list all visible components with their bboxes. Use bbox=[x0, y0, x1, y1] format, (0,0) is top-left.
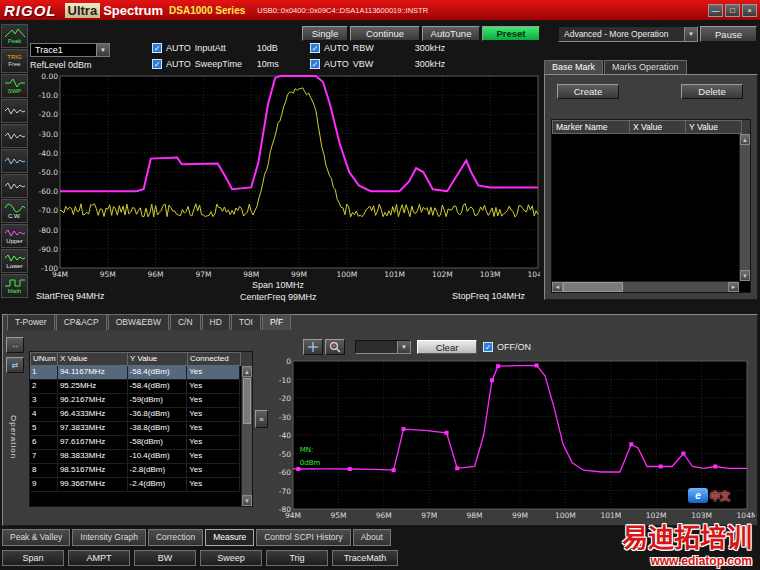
tab-toi[interactable]: TOI bbox=[231, 314, 261, 330]
table-row[interactable]: 295.25MHz-58.4(dBm)Yes bbox=[30, 380, 240, 394]
maximize-icon[interactable]: □ bbox=[725, 4, 740, 17]
span-button[interactable]: Span bbox=[2, 550, 64, 566]
autotune-button[interactable]: AutoTune bbox=[422, 26, 480, 41]
pf-option-dropdown[interactable]: ▼ bbox=[355, 340, 411, 354]
sidebar-item-trig[interactable]: TRIGFree bbox=[1, 49, 28, 73]
sidebar-item-label: Upper bbox=[6, 238, 22, 245]
tab-marks-operation[interactable]: Marks Operation bbox=[604, 60, 687, 75]
tab-hd[interactable]: HD bbox=[202, 314, 230, 330]
clear-button[interactable]: Clear bbox=[417, 340, 477, 354]
checkbox-checked-icon[interactable]: ✓ bbox=[310, 43, 320, 53]
scrollbar-thumb[interactable] bbox=[243, 378, 251, 424]
table-row[interactable]: 798.3833MHz-10.4(dBm)Yes bbox=[30, 450, 240, 464]
swap-horizontal-icon[interactable]: ↔ bbox=[6, 337, 24, 353]
pf-onoff-checkbox[interactable]: ✓ OFF/ON bbox=[483, 342, 531, 352]
sidebar-item-trace-3[interactable] bbox=[1, 99, 28, 123]
pf-col-header-connected[interactable]: Connected bbox=[188, 352, 241, 366]
tab-base-mark[interactable]: Base Mark bbox=[544, 60, 603, 75]
tab-p-f[interactable]: P/F bbox=[262, 314, 291, 330]
checkbox-checked-icon[interactable]: ✓ bbox=[152, 43, 162, 53]
sidebar-item-upper[interactable]: Upper bbox=[1, 224, 28, 248]
scroll-up-icon[interactable]: ▲ bbox=[740, 134, 750, 145]
scroll-left-icon[interactable]: ◄ bbox=[552, 282, 563, 292]
tracemath-button[interactable]: TraceMath bbox=[332, 550, 398, 566]
sidebar-item-math[interactable]: Math bbox=[1, 274, 28, 298]
table-row[interactable]: 597.3833MHz-38.8(dBm)Yes bbox=[30, 422, 240, 436]
auto-sweeptime-checkbox[interactable]: ✓AUTOSweepTime10ms bbox=[152, 59, 279, 69]
advanced-operation-dropdown[interactable]: Advanced - More Operation ▼ bbox=[558, 26, 698, 42]
instrument-resource-string: USB0::0x0400::0x09C4::DSA1A113600019::IN… bbox=[257, 6, 428, 15]
c-w-icon bbox=[4, 203, 26, 213]
sidebar-item-trace-5[interactable] bbox=[1, 149, 28, 173]
close-icon[interactable]: × bbox=[742, 4, 757, 17]
pan-crosshair-icon[interactable] bbox=[303, 339, 323, 355]
scrollbar-thumb[interactable] bbox=[563, 282, 623, 292]
scroll-up-icon[interactable]: ▲ bbox=[242, 366, 252, 377]
table-row[interactable]: 697.6167MHz-58(dBm)Yes bbox=[30, 436, 240, 450]
table-cell: 94.1167MHz bbox=[58, 366, 128, 380]
tab-correction[interactable]: Correction bbox=[148, 529, 203, 546]
pf-col-header-y-value[interactable]: Y Value bbox=[128, 352, 188, 366]
auto-rbw-checkbox[interactable]: ✓AUTORBW300kHz bbox=[310, 43, 445, 53]
tab-about[interactable]: About bbox=[353, 529, 391, 546]
tab-obw-ebw[interactable]: OBW&EBW bbox=[108, 314, 169, 330]
marker-table-vscrollbar[interactable]: ▲ ▼ bbox=[739, 134, 750, 281]
tab-control-scpi-history[interactable]: Control SCPI History bbox=[256, 529, 350, 546]
auto-vbw-checkbox[interactable]: ✓AUTOVBW300kHz bbox=[310, 59, 445, 69]
sidebar-item-trace-4[interactable] bbox=[1, 124, 28, 148]
scroll-down-icon[interactable]: ▼ bbox=[740, 270, 750, 281]
marker-col-header-x-value[interactable]: X Value bbox=[630, 120, 686, 134]
sidebar-item-lower[interactable]: Lower bbox=[1, 249, 28, 273]
pf-table-vscrollbar[interactable]: ▲ ▼ bbox=[241, 366, 252, 506]
table-cell: 99.3667MHz bbox=[58, 478, 128, 492]
delete-marker-button[interactable]: Delete bbox=[681, 84, 743, 99]
tab-cp-acp[interactable]: CP&ACP bbox=[56, 314, 107, 330]
table-row[interactable]: 898.5167MHz-2.8(dBm)Yes bbox=[30, 464, 240, 478]
ampt-button[interactable]: AMPT bbox=[68, 550, 130, 566]
table-cell: -2.8(dBm) bbox=[128, 464, 188, 478]
tab-measure[interactable]: Measure bbox=[205, 529, 254, 546]
auto-inputatt-checkbox[interactable]: ✓AUTOInputAtt10dB bbox=[152, 43, 278, 53]
pf-col-header-unum[interactable]: UNum bbox=[30, 352, 58, 366]
trace-select-dropdown[interactable]: Trace1 ▼ bbox=[30, 43, 110, 57]
tab-t-power[interactable]: T-Power bbox=[7, 314, 55, 330]
checkbox-checked-icon[interactable]: ✓ bbox=[152, 59, 162, 69]
pause-button[interactable]: Pause bbox=[700, 26, 757, 42]
table-row[interactable]: 194.1167MHz-58.4(dBm)Yes bbox=[30, 366, 240, 380]
sidebar-item-c-w[interactable]: C.W. bbox=[1, 199, 28, 223]
trig-button[interactable]: Trig bbox=[266, 550, 328, 566]
marker-col-header-marker-name[interactable]: Marker Name bbox=[552, 120, 630, 134]
continue-button[interactable]: Continue bbox=[350, 26, 420, 41]
tab-c-n[interactable]: C/N bbox=[170, 314, 201, 330]
checkbox-checked-icon[interactable]: ✓ bbox=[483, 342, 493, 352]
tab-peak-valley[interactable]: Peak & Valley bbox=[2, 529, 70, 546]
pf-col-header-x-value[interactable]: X Value bbox=[58, 352, 128, 366]
marker-table-hscrollbar[interactable]: ◄ ► bbox=[552, 281, 739, 292]
create-marker-button[interactable]: Create bbox=[557, 84, 619, 99]
stop-freq-readout: StopFreq 104MHz bbox=[452, 291, 525, 301]
chevron-down-icon[interactable]: ▼ bbox=[684, 27, 697, 41]
bw-button[interactable]: BW bbox=[134, 550, 196, 566]
scroll-right-icon[interactable]: ► bbox=[728, 282, 739, 292]
table-row[interactable]: 999.3667MHz-2.4(dBm)Yes bbox=[30, 478, 240, 492]
preset-button[interactable]: Preset bbox=[482, 26, 540, 41]
scroll-down-icon[interactable]: ▼ bbox=[242, 495, 252, 506]
zoom-reset-icon[interactable] bbox=[325, 339, 345, 355]
swap-vertical-icon[interactable]: ⇄ bbox=[6, 357, 24, 373]
table-row[interactable]: 396.2167MHz-59(dBm)Yes bbox=[30, 394, 240, 408]
sidebar-item-trace-6[interactable] bbox=[1, 174, 28, 198]
single-button[interactable]: Single bbox=[302, 26, 348, 41]
table-row[interactable]: 496.4333MHz-36.8(dBm)Yes bbox=[30, 408, 240, 422]
waveform-icon bbox=[4, 106, 26, 116]
marker-col-header-y-value[interactable]: Y Value bbox=[686, 120, 742, 134]
checkbox-checked-icon[interactable]: ✓ bbox=[310, 59, 320, 69]
crosshair-glyph bbox=[307, 341, 319, 353]
tab-intensity-graph[interactable]: Intensity Graph bbox=[72, 529, 146, 546]
table-cell: Yes bbox=[187, 394, 240, 408]
sweep-button[interactable]: Sweep bbox=[200, 550, 262, 566]
sidebar-item-peak[interactable]: Peak bbox=[1, 24, 28, 48]
chevron-down-icon[interactable]: ▼ bbox=[96, 44, 109, 56]
sidebar-item-swp[interactable]: SWP bbox=[1, 74, 28, 98]
chevron-down-icon[interactable]: ▼ bbox=[397, 341, 410, 353]
minimize-icon[interactable]: — bbox=[708, 4, 723, 17]
